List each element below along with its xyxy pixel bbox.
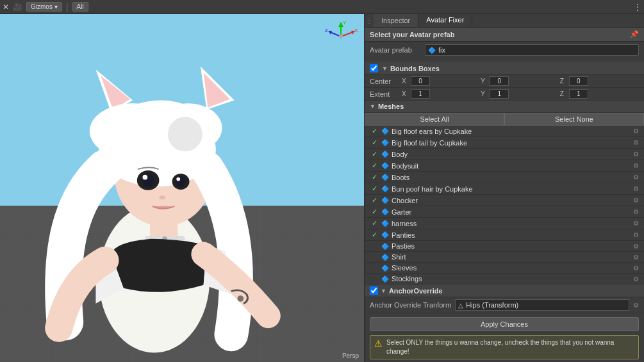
viewport[interactable]: Y X Z Persp <box>0 14 364 362</box>
bounds-extent-x-field: X 1 <box>402 89 481 99</box>
mesh-settings-icon[interactable]: ⚙ <box>633 162 639 169</box>
mesh-settings-icon[interactable]: ⚙ <box>633 208 639 215</box>
anchor-header[interactable]: ▼ AnchorOverride <box>365 284 644 297</box>
prefab-field[interactable]: 🔷 fix <box>425 44 639 56</box>
mesh-item: 🔷Stockings⚙ <box>365 274 644 284</box>
mesh-checkbox[interactable]: ✓ <box>370 219 379 227</box>
main-area: Y X Z Persp ⋮ Inspector Avatar F <box>0 14 644 362</box>
mesh-checkbox[interactable]: ✓ <box>370 208 379 216</box>
tab-inspector[interactable]: Inspector <box>374 14 418 27</box>
mesh-checkbox[interactable]: ✓ <box>370 196 379 204</box>
mesh-item: ✓🔷Boots⚙ <box>365 172 644 183</box>
mesh-name: Sleeves <box>392 264 631 272</box>
mesh-icon: 🔷 <box>381 208 389 215</box>
mesh-checkbox[interactable]: ✓ <box>370 173 379 181</box>
extent-x-val[interactable]: 1 <box>411 89 430 99</box>
mesh-settings-icon[interactable]: ⚙ <box>633 185 639 192</box>
mesh-settings-icon[interactable]: ⚙ <box>633 139 639 146</box>
bounds-extent-row: Extent X 1 Y 1 Z 1 <box>365 88 644 101</box>
center-y-val[interactable]: 0 <box>490 76 509 86</box>
panel-title: Select your Avatar prefab <box>370 31 454 38</box>
mesh-item: ✓🔷harness⚙ <box>365 218 644 229</box>
mesh-checkbox[interactable]: ✓ <box>370 150 379 158</box>
anchor-checkbox[interactable] <box>370 286 378 295</box>
mesh-checkbox[interactable]: ✓ <box>370 138 379 147</box>
meshes-arrow-icon: ▼ <box>370 103 376 110</box>
bounds-checkbox[interactable] <box>370 64 378 72</box>
mesh-checkbox[interactable]: ✓ <box>370 127 379 135</box>
prefab-row: Avatar prefab 🔷 fix <box>370 44 639 56</box>
gizmos-button[interactable]: Gizmos ▾ <box>26 2 62 12</box>
mesh-settings-icon[interactable]: ⚙ <box>633 220 639 227</box>
mesh-settings-icon[interactable]: ⚙ <box>633 254 639 261</box>
apply-button[interactable]: Apply Chances <box>370 317 639 331</box>
mesh-name: Panties <box>392 231 631 239</box>
bounds-center-key: Center <box>370 78 402 85</box>
mesh-checkbox[interactable]: ✓ <box>370 185 379 193</box>
tab-bar: ⋮ Inspector Avatar Fixer <box>365 14 644 28</box>
mesh-settings-icon[interactable]: ⚙ <box>633 128 639 135</box>
tab-more-icon[interactable]: ⋮ <box>365 14 374 27</box>
gizmos-dropdown-icon: ▾ <box>54 3 58 10</box>
mesh-settings-icon[interactable]: ⚙ <box>633 231 639 238</box>
bounds-center-y-field: Y 0 <box>481 76 559 86</box>
x-axis-label: X <box>402 78 409 85</box>
anchor-settings-icon[interactable]: ⚙ <box>633 302 639 309</box>
mesh-icon: 🔷 <box>381 243 389 250</box>
persp-label: Persp <box>342 352 359 359</box>
gizmos-label: Gizmos <box>31 3 53 10</box>
avatar-image <box>0 14 364 362</box>
center-z-val[interactable]: 0 <box>569 76 588 86</box>
avatar-prefab-section: Avatar prefab 🔷 fix <box>365 42 644 62</box>
extent-z-val[interactable]: 1 <box>569 89 588 99</box>
mesh-name: Bun poof hair by Cupkake <box>392 185 631 193</box>
mesh-settings-icon[interactable]: ⚙ <box>633 151 639 158</box>
toolbar: ✕ 🎥 Gizmos ▾ | All ⋮ <box>0 0 644 14</box>
meshes-header[interactable]: ▼ Meshes <box>365 101 644 113</box>
mesh-icon: 🔷 <box>381 265 389 272</box>
all-button[interactable]: All <box>72 2 88 12</box>
inspector-panel: ⋮ Inspector Avatar Fixer Select your Ava… <box>364 14 644 362</box>
extent-y-val[interactable]: 1 <box>490 89 509 99</box>
anchor-field[interactable]: △ Hips (Transform) <box>455 299 629 311</box>
mesh-name: Big floof ears by Cupkake <box>392 128 631 135</box>
tab-avatar-fixer-label: Avatar Fixer <box>426 16 464 24</box>
more-icon[interactable]: ⋮ <box>634 3 641 12</box>
select-none-button[interactable]: Select None <box>504 113 644 126</box>
svg-point-21 <box>237 295 244 302</box>
mesh-icon: 🔷 <box>381 220 389 227</box>
anchor-row: Anchor Override Tranform △ Hips (Transfo… <box>365 297 644 313</box>
mesh-settings-icon[interactable]: ⚙ <box>633 174 639 181</box>
mesh-name: Pasties <box>392 242 631 250</box>
mesh-name: Stockings <box>392 275 631 283</box>
mesh-settings-icon[interactable]: ⚙ <box>633 243 639 250</box>
panel-content: Select your Avatar prefab 📌 Avatar prefa… <box>365 28 644 362</box>
svg-line-25 <box>341 32 353 37</box>
meshes-label: Meshes <box>378 103 404 110</box>
extent-z-axis-label: Z <box>560 90 568 97</box>
bounds-extent-z-field: Z 1 <box>560 89 639 99</box>
transform-icon[interactable]: ✕ <box>3 3 9 12</box>
tab-avatar-fixer[interactable]: Avatar Fixer <box>418 14 472 27</box>
mesh-checkbox[interactable]: ✓ <box>370 231 379 239</box>
mesh-item: 🔷Shirt⚙ <box>365 252 644 263</box>
bounds-boxes-header[interactable]: ▼ Bounds Boxes <box>365 62 644 75</box>
mesh-settings-icon[interactable]: ⚙ <box>633 276 639 283</box>
tab-inspector-label: Inspector <box>381 17 410 24</box>
mesh-checkbox[interactable]: ✓ <box>370 161 379 170</box>
mesh-name: Body <box>392 151 631 158</box>
select-all-button[interactable]: Select All <box>365 113 504 126</box>
bounds-center-row: Center X 0 Y 0 Z 0 <box>365 75 644 88</box>
svg-text:Z: Z <box>325 28 328 33</box>
pin-icon[interactable]: 📌 <box>630 30 639 38</box>
camera-icon[interactable]: 🎥 <box>13 3 22 12</box>
mesh-item: ✓🔷Big floof tail by Cupkake⚙ <box>365 137 644 149</box>
bounds-arrow-icon: ▼ <box>382 65 388 72</box>
center-x-val[interactable]: 0 <box>411 76 430 86</box>
svg-point-10 <box>168 117 202 151</box>
mesh-settings-icon[interactable]: ⚙ <box>633 265 639 272</box>
svg-point-13 <box>142 175 147 180</box>
z-axis-label: Z <box>560 78 568 85</box>
extent-y-axis-label: Y <box>481 90 488 97</box>
mesh-settings-icon[interactable]: ⚙ <box>633 197 639 204</box>
